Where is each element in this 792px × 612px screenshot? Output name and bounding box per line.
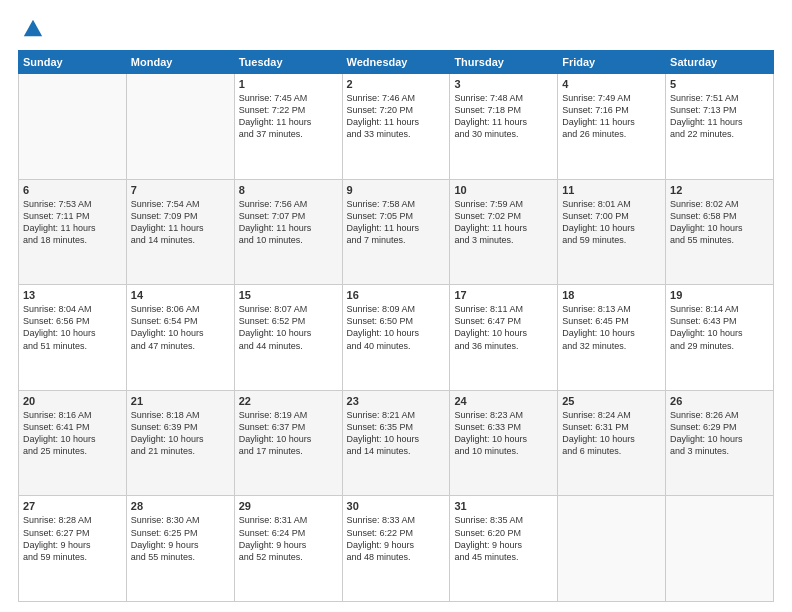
day-info: Sunrise: 8:28 AMSunset: 6:27 PMDaylight:… xyxy=(23,514,122,563)
calendar-week-row: 20Sunrise: 8:16 AMSunset: 6:41 PMDayligh… xyxy=(19,390,774,496)
day-number: 8 xyxy=(239,184,338,196)
day-header: Tuesday xyxy=(234,51,342,74)
calendar-cell: 17Sunrise: 8:11 AMSunset: 6:47 PMDayligh… xyxy=(450,285,558,391)
calendar-week-row: 6Sunrise: 7:53 AMSunset: 7:11 PMDaylight… xyxy=(19,179,774,285)
day-info: Sunrise: 8:30 AMSunset: 6:25 PMDaylight:… xyxy=(131,514,230,563)
calendar: SundayMondayTuesdayWednesdayThursdayFrid… xyxy=(18,50,774,602)
calendar-week-row: 27Sunrise: 8:28 AMSunset: 6:27 PMDayligh… xyxy=(19,496,774,602)
day-number: 27 xyxy=(23,500,122,512)
calendar-cell: 24Sunrise: 8:23 AMSunset: 6:33 PMDayligh… xyxy=(450,390,558,496)
day-info: Sunrise: 8:31 AMSunset: 6:24 PMDaylight:… xyxy=(239,514,338,563)
day-info: Sunrise: 7:54 AMSunset: 7:09 PMDaylight:… xyxy=(131,198,230,247)
day-number: 17 xyxy=(454,289,553,301)
header xyxy=(18,18,774,40)
day-info: Sunrise: 8:11 AMSunset: 6:47 PMDaylight:… xyxy=(454,303,553,352)
day-number: 31 xyxy=(454,500,553,512)
day-info: Sunrise: 7:53 AMSunset: 7:11 PMDaylight:… xyxy=(23,198,122,247)
day-number: 12 xyxy=(670,184,769,196)
calendar-cell: 26Sunrise: 8:26 AMSunset: 6:29 PMDayligh… xyxy=(666,390,774,496)
day-number: 18 xyxy=(562,289,661,301)
day-number: 29 xyxy=(239,500,338,512)
day-number: 19 xyxy=(670,289,769,301)
day-number: 10 xyxy=(454,184,553,196)
calendar-cell: 22Sunrise: 8:19 AMSunset: 6:37 PMDayligh… xyxy=(234,390,342,496)
day-info: Sunrise: 8:19 AMSunset: 6:37 PMDaylight:… xyxy=(239,409,338,458)
calendar-cell: 30Sunrise: 8:33 AMSunset: 6:22 PMDayligh… xyxy=(342,496,450,602)
calendar-cell: 18Sunrise: 8:13 AMSunset: 6:45 PMDayligh… xyxy=(558,285,666,391)
logo-icon xyxy=(22,18,44,40)
logo xyxy=(18,18,44,40)
day-info: Sunrise: 7:51 AMSunset: 7:13 PMDaylight:… xyxy=(670,92,769,141)
day-number: 16 xyxy=(347,289,446,301)
day-info: Sunrise: 8:16 AMSunset: 6:41 PMDaylight:… xyxy=(23,409,122,458)
calendar-cell: 29Sunrise: 8:31 AMSunset: 6:24 PMDayligh… xyxy=(234,496,342,602)
day-info: Sunrise: 7:58 AMSunset: 7:05 PMDaylight:… xyxy=(347,198,446,247)
calendar-week-row: 1Sunrise: 7:45 AMSunset: 7:22 PMDaylight… xyxy=(19,74,774,180)
day-info: Sunrise: 8:02 AMSunset: 6:58 PMDaylight:… xyxy=(670,198,769,247)
day-info: Sunrise: 7:48 AMSunset: 7:18 PMDaylight:… xyxy=(454,92,553,141)
day-number: 5 xyxy=(670,78,769,90)
day-number: 30 xyxy=(347,500,446,512)
day-number: 22 xyxy=(239,395,338,407)
day-number: 3 xyxy=(454,78,553,90)
day-info: Sunrise: 8:33 AMSunset: 6:22 PMDaylight:… xyxy=(347,514,446,563)
calendar-cell: 6Sunrise: 7:53 AMSunset: 7:11 PMDaylight… xyxy=(19,179,127,285)
day-info: Sunrise: 7:56 AMSunset: 7:07 PMDaylight:… xyxy=(239,198,338,247)
day-info: Sunrise: 8:18 AMSunset: 6:39 PMDaylight:… xyxy=(131,409,230,458)
day-number: 20 xyxy=(23,395,122,407)
day-number: 11 xyxy=(562,184,661,196)
calendar-cell: 15Sunrise: 8:07 AMSunset: 6:52 PMDayligh… xyxy=(234,285,342,391)
day-header: Saturday xyxy=(666,51,774,74)
day-info: Sunrise: 8:13 AMSunset: 6:45 PMDaylight:… xyxy=(562,303,661,352)
day-info: Sunrise: 8:09 AMSunset: 6:50 PMDaylight:… xyxy=(347,303,446,352)
calendar-cell: 2Sunrise: 7:46 AMSunset: 7:20 PMDaylight… xyxy=(342,74,450,180)
day-header: Friday xyxy=(558,51,666,74)
calendar-cell: 13Sunrise: 8:04 AMSunset: 6:56 PMDayligh… xyxy=(19,285,127,391)
day-info: Sunrise: 8:04 AMSunset: 6:56 PMDaylight:… xyxy=(23,303,122,352)
calendar-header-row: SundayMondayTuesdayWednesdayThursdayFrid… xyxy=(19,51,774,74)
calendar-cell: 16Sunrise: 8:09 AMSunset: 6:50 PMDayligh… xyxy=(342,285,450,391)
day-info: Sunrise: 7:59 AMSunset: 7:02 PMDaylight:… xyxy=(454,198,553,247)
calendar-cell: 8Sunrise: 7:56 AMSunset: 7:07 PMDaylight… xyxy=(234,179,342,285)
day-number: 21 xyxy=(131,395,230,407)
day-header: Wednesday xyxy=(342,51,450,74)
day-info: Sunrise: 7:49 AMSunset: 7:16 PMDaylight:… xyxy=(562,92,661,141)
day-number: 9 xyxy=(347,184,446,196)
day-info: Sunrise: 7:46 AMSunset: 7:20 PMDaylight:… xyxy=(347,92,446,141)
calendar-cell: 3Sunrise: 7:48 AMSunset: 7:18 PMDaylight… xyxy=(450,74,558,180)
day-info: Sunrise: 8:07 AMSunset: 6:52 PMDaylight:… xyxy=(239,303,338,352)
calendar-cell: 23Sunrise: 8:21 AMSunset: 6:35 PMDayligh… xyxy=(342,390,450,496)
day-info: Sunrise: 8:21 AMSunset: 6:35 PMDaylight:… xyxy=(347,409,446,458)
day-number: 24 xyxy=(454,395,553,407)
day-number: 13 xyxy=(23,289,122,301)
day-info: Sunrise: 8:01 AMSunset: 7:00 PMDaylight:… xyxy=(562,198,661,247)
calendar-cell xyxy=(19,74,127,180)
day-number: 26 xyxy=(670,395,769,407)
day-number: 14 xyxy=(131,289,230,301)
day-number: 4 xyxy=(562,78,661,90)
day-header: Sunday xyxy=(19,51,127,74)
calendar-cell: 4Sunrise: 7:49 AMSunset: 7:16 PMDaylight… xyxy=(558,74,666,180)
day-header: Thursday xyxy=(450,51,558,74)
day-info: Sunrise: 8:06 AMSunset: 6:54 PMDaylight:… xyxy=(131,303,230,352)
day-info: Sunrise: 8:26 AMSunset: 6:29 PMDaylight:… xyxy=(670,409,769,458)
day-info: Sunrise: 7:45 AMSunset: 7:22 PMDaylight:… xyxy=(239,92,338,141)
day-number: 15 xyxy=(239,289,338,301)
calendar-cell: 12Sunrise: 8:02 AMSunset: 6:58 PMDayligh… xyxy=(666,179,774,285)
calendar-cell: 14Sunrise: 8:06 AMSunset: 6:54 PMDayligh… xyxy=(126,285,234,391)
calendar-cell: 1Sunrise: 7:45 AMSunset: 7:22 PMDaylight… xyxy=(234,74,342,180)
day-number: 28 xyxy=(131,500,230,512)
day-number: 6 xyxy=(23,184,122,196)
day-info: Sunrise: 8:35 AMSunset: 6:20 PMDaylight:… xyxy=(454,514,553,563)
calendar-cell: 31Sunrise: 8:35 AMSunset: 6:20 PMDayligh… xyxy=(450,496,558,602)
calendar-week-row: 13Sunrise: 8:04 AMSunset: 6:56 PMDayligh… xyxy=(19,285,774,391)
day-info: Sunrise: 8:14 AMSunset: 6:43 PMDaylight:… xyxy=(670,303,769,352)
calendar-cell: 19Sunrise: 8:14 AMSunset: 6:43 PMDayligh… xyxy=(666,285,774,391)
calendar-cell: 27Sunrise: 8:28 AMSunset: 6:27 PMDayligh… xyxy=(19,496,127,602)
day-number: 7 xyxy=(131,184,230,196)
calendar-cell: 21Sunrise: 8:18 AMSunset: 6:39 PMDayligh… xyxy=(126,390,234,496)
day-number: 23 xyxy=(347,395,446,407)
calendar-cell: 9Sunrise: 7:58 AMSunset: 7:05 PMDaylight… xyxy=(342,179,450,285)
calendar-cell: 7Sunrise: 7:54 AMSunset: 7:09 PMDaylight… xyxy=(126,179,234,285)
day-header: Monday xyxy=(126,51,234,74)
